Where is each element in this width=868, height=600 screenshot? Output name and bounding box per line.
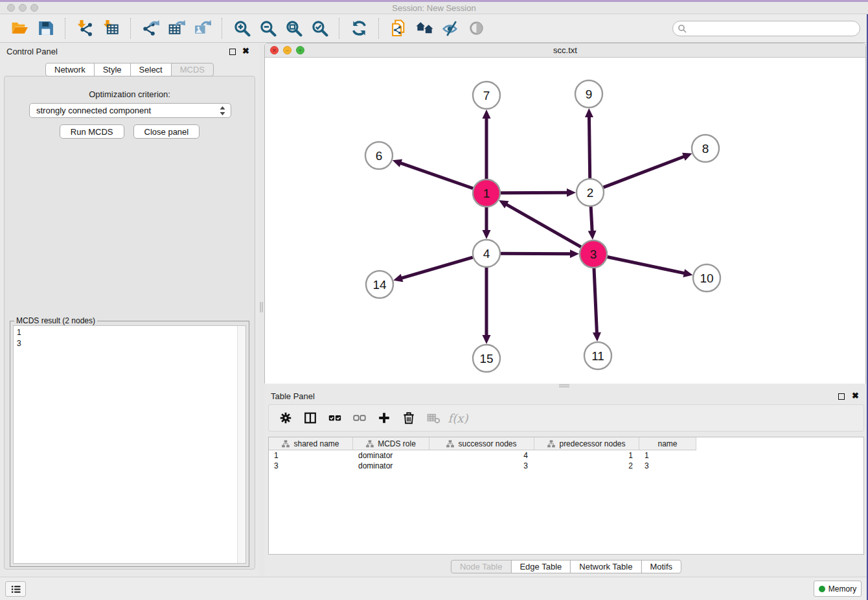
network-view-window: ✕ − + scc.txt 7968124314101511 xyxy=(264,43,866,384)
open-file-button[interactable] xyxy=(6,18,32,39)
edge-1-2[interactable] xyxy=(501,192,569,193)
tab-mcds[interactable]: MCDS xyxy=(171,63,214,76)
memory-status-icon xyxy=(819,586,825,592)
zoom-out-button[interactable] xyxy=(255,18,280,39)
column-header-successor-nodes[interactable]: successor nodes xyxy=(429,437,534,450)
toolbar-groups xyxy=(0,18,496,39)
table-close-panel-icon[interactable]: ✖ xyxy=(852,391,859,401)
window-title: Session: New Session xyxy=(0,3,868,13)
export-network-button[interactable] xyxy=(137,18,163,39)
column-header-shared-name[interactable]: shared name xyxy=(269,437,353,450)
edge-1-6[interactable] xyxy=(399,163,473,189)
table-settings-icon xyxy=(279,411,293,425)
import-network-icon xyxy=(76,19,94,37)
zoom-in-button[interactable] xyxy=(229,18,255,39)
network-view-titlebar[interactable]: ✕ − + scc.txt xyxy=(265,43,865,58)
optimization-criterion-select[interactable]: strongly connected component xyxy=(29,103,231,118)
tab-node-table[interactable]: Node Table xyxy=(451,560,512,573)
edge-arrow-3-10 xyxy=(683,269,692,277)
mcds-result-area[interactable]: 1 3 xyxy=(13,325,246,564)
mcds-result-text: 1 3 xyxy=(14,326,246,351)
edge-3-1[interactable] xyxy=(505,203,581,247)
delete-column-button[interactable] xyxy=(398,408,419,428)
mcds-result-title: MCDS result (2 nodes) xyxy=(14,316,97,325)
delete-table-button xyxy=(423,408,444,428)
tab-edge-table[interactable]: Edge Table xyxy=(510,560,571,573)
edge-arrow-4-14 xyxy=(393,274,403,282)
edge-arrow-4-15 xyxy=(483,335,491,344)
memory-button[interactable]: Memory xyxy=(814,581,862,597)
edge-4-14[interactable] xyxy=(400,257,473,279)
zoom-selected-button[interactable] xyxy=(306,18,332,39)
network-canvas[interactable]: 7968124314101511 xyxy=(265,58,865,384)
column-header-predecessor-nodes[interactable]: predecessor nodes xyxy=(534,437,639,450)
clone-network-button[interactable] xyxy=(385,18,411,39)
close-panel-icon[interactable]: ✖ xyxy=(242,46,249,56)
import-table-button[interactable] xyxy=(98,18,124,39)
horizontal-splitter[interactable] xyxy=(264,384,868,389)
node-label-4: 4 xyxy=(483,247,490,260)
control-panel-title: Control Panel xyxy=(6,47,58,56)
tab-select[interactable]: Select xyxy=(130,63,172,76)
tab-motifs[interactable]: Motifs xyxy=(641,560,681,573)
table-float-panel-icon[interactable] xyxy=(838,393,845,400)
table-cell: 2 xyxy=(534,461,639,471)
edge-2-8[interactable] xyxy=(604,156,686,187)
zoom-out-icon xyxy=(259,19,277,37)
search-input[interactable] xyxy=(672,21,860,36)
mcds-buttons-row: Run MCDS Close panel xyxy=(5,124,255,139)
column-header-name[interactable]: name xyxy=(639,437,696,450)
table-cell: dominator xyxy=(353,450,429,461)
zoom-selected-icon xyxy=(311,19,328,37)
run-mcds-button[interactable]: Run MCDS xyxy=(60,124,124,139)
export-table-button[interactable] xyxy=(163,18,189,39)
function-builder-icon: f(x) xyxy=(448,411,468,425)
mcds-tab-content: Optimization criterion: strongly connect… xyxy=(4,76,255,570)
edge-3-10[interactable] xyxy=(608,257,686,274)
zoom-fit-button[interactable] xyxy=(280,18,306,39)
zoom-in-icon xyxy=(233,19,251,37)
table-panel: Table Panel ✖ f(x) shared nameMCDS roles… xyxy=(264,389,868,577)
export-image-button[interactable] xyxy=(189,18,215,39)
float-panel-icon[interactable] xyxy=(229,49,236,55)
select-all-columns-icon xyxy=(328,411,342,425)
search-field-wrap xyxy=(672,21,860,36)
table-header-row: shared nameMCDS rolesuccessor nodesprede… xyxy=(269,437,863,450)
home-layout-button[interactable] xyxy=(411,18,437,39)
task-history-button[interactable] xyxy=(5,581,26,597)
edge-2-3[interactable] xyxy=(591,207,592,233)
save-session-button[interactable] xyxy=(32,18,58,39)
first-neighbors-button[interactable] xyxy=(346,18,372,39)
node-label-6: 6 xyxy=(376,149,383,163)
edge-3-11[interactable] xyxy=(594,268,597,334)
close-panel-button[interactable]: Close panel xyxy=(133,124,200,139)
graphics-details-button[interactable] xyxy=(437,18,463,39)
column-header-label: successor nodes xyxy=(458,439,516,448)
node-label-10: 10 xyxy=(700,271,713,285)
titlebar: Session: New Session xyxy=(0,2,868,14)
table-settings-button[interactable] xyxy=(275,408,296,428)
table-body: 1dominator4113dominator323 xyxy=(269,450,863,471)
result-scrollbar[interactable] xyxy=(237,326,246,563)
table-row[interactable]: 3dominator323 xyxy=(269,461,863,471)
tab-network-table[interactable]: Network Table xyxy=(570,560,641,573)
edge-4-3[interactable] xyxy=(501,253,572,254)
control-panel-tabs: NetworkStyleSelectMCDS xyxy=(45,63,214,76)
import-network-button[interactable] xyxy=(72,18,98,39)
table-row[interactable]: 1dominator411 xyxy=(269,450,863,461)
edge-2-9[interactable] xyxy=(589,115,589,178)
column-header-MCDS-role[interactable]: MCDS role xyxy=(353,437,429,450)
unselect-all-columns-button[interactable] xyxy=(349,408,370,428)
table-toolbar: f(x) xyxy=(268,404,864,432)
node-table: shared nameMCDS rolesuccessor nodesprede… xyxy=(268,437,864,555)
vertical-splitter[interactable] xyxy=(259,43,264,577)
optimization-criterion-value: strongly connected component xyxy=(36,106,151,115)
select-all-columns-button[interactable] xyxy=(325,408,345,428)
hide-details-icon xyxy=(468,19,485,37)
tab-network[interactable]: Network xyxy=(45,63,95,76)
add-column-button[interactable] xyxy=(374,408,394,428)
column-hierarchy-icon xyxy=(282,440,290,448)
tab-style[interactable]: Style xyxy=(94,63,131,76)
show-columns-button[interactable] xyxy=(300,408,321,428)
column-hierarchy-icon xyxy=(366,440,374,448)
